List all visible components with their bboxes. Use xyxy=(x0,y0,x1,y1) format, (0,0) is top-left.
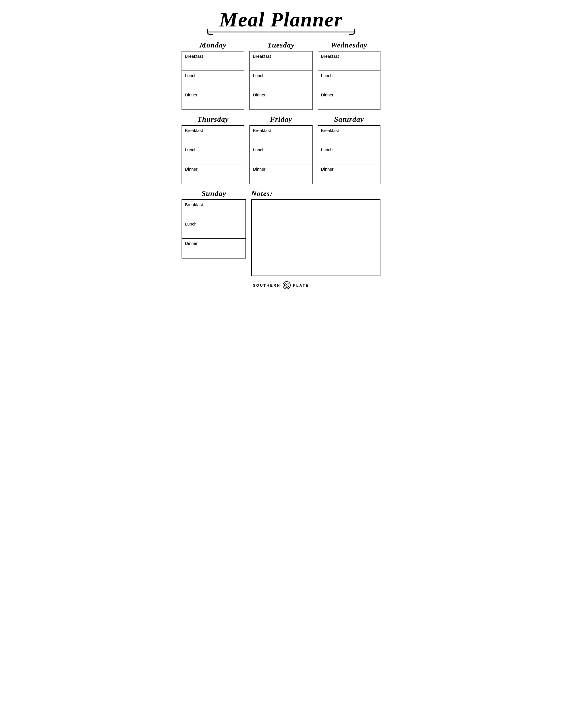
monday-breakfast[interactable]: Breakfast xyxy=(182,51,244,71)
footer-text-left: SOUTHERN xyxy=(253,283,281,288)
friday-label: Friday xyxy=(250,115,312,124)
wednesday-column: Wednesday Breakfast Lunch Dinner xyxy=(318,41,380,110)
svg-point-2 xyxy=(286,284,287,285)
sunday-label: Sunday xyxy=(182,189,246,198)
wednesday-breakfast[interactable]: Breakfast xyxy=(318,51,380,71)
notes-box[interactable] xyxy=(251,199,380,276)
saturday-column: Saturday Breakfast Lunch Dinner xyxy=(318,115,380,184)
title-underline xyxy=(207,32,355,32)
row1-grid: Monday Breakfast Lunch Dinner Tuesday xyxy=(182,41,380,110)
sunday-box: Breakfast Lunch Dinner xyxy=(182,199,246,258)
saturday-lunch[interactable]: Lunch xyxy=(318,145,380,164)
notes-column: Notes: xyxy=(251,189,380,276)
saturday-label: Saturday xyxy=(318,115,380,124)
monday-box: Breakfast Lunch Dinner xyxy=(182,51,244,110)
page-title: Meal Planner xyxy=(182,9,380,31)
wednesday-label: Wednesday xyxy=(318,41,380,49)
page: Meal Planner Monday Breakfast Lunch Dinn… xyxy=(170,0,392,295)
saturday-breakfast[interactable]: Breakfast xyxy=(318,126,380,145)
friday-column: Friday Breakfast Lunch Dinner xyxy=(250,115,312,184)
footer: SOUTHERN PLATE xyxy=(182,281,380,289)
tuesday-breakfast[interactable]: Breakfast xyxy=(250,51,312,71)
thursday-box: Breakfast Lunch Dinner xyxy=(182,125,244,184)
footer-text-right: PLATE xyxy=(293,283,309,288)
wednesday-dinner[interactable]: Dinner xyxy=(318,90,380,109)
friday-dinner[interactable]: Dinner xyxy=(250,164,312,184)
friday-breakfast[interactable]: Breakfast xyxy=(250,126,312,145)
tuesday-dinner[interactable]: Dinner xyxy=(250,90,312,109)
wednesday-lunch[interactable]: Lunch xyxy=(318,71,380,90)
tuesday-column: Tuesday Breakfast Lunch Dinner xyxy=(250,41,312,110)
row2-grid: Thursday Breakfast Lunch Dinner Friday xyxy=(182,115,380,184)
thursday-dinner[interactable]: Dinner xyxy=(182,164,244,184)
thursday-breakfast[interactable]: Breakfast xyxy=(182,126,244,145)
row1-days: Monday Breakfast Lunch Dinner Tuesday xyxy=(182,41,380,110)
svg-point-0 xyxy=(284,283,289,288)
thursday-column: Thursday Breakfast Lunch Dinner xyxy=(182,115,244,184)
notes-label: Notes: xyxy=(251,189,380,198)
saturday-dinner[interactable]: Dinner xyxy=(318,164,380,184)
monday-label: Monday xyxy=(182,41,244,49)
wednesday-box: Breakfast Lunch Dinner xyxy=(318,51,380,110)
tuesday-label: Tuesday xyxy=(250,41,312,49)
sunday-breakfast[interactable]: Breakfast xyxy=(182,200,246,219)
saturday-box: Breakfast Lunch Dinner xyxy=(318,125,380,184)
bottom-section: Sunday Breakfast Lunch Dinner Notes: xyxy=(182,189,380,276)
sunday-lunch[interactable]: Lunch xyxy=(182,219,246,239)
thursday-lunch[interactable]: Lunch xyxy=(182,145,244,164)
sunday-dinner[interactable]: Dinner xyxy=(182,239,246,258)
friday-box: Breakfast Lunch Dinner xyxy=(250,125,312,184)
monday-column: Monday Breakfast Lunch Dinner xyxy=(182,41,244,110)
monday-lunch[interactable]: Lunch xyxy=(182,71,244,90)
tuesday-box: Breakfast Lunch Dinner xyxy=(250,51,312,110)
sunday-column: Sunday Breakfast Lunch Dinner xyxy=(182,189,246,276)
svg-point-1 xyxy=(285,285,288,286)
row2-days: Thursday Breakfast Lunch Dinner Friday xyxy=(182,115,380,184)
title-section: Meal Planner xyxy=(182,9,380,32)
friday-lunch[interactable]: Lunch xyxy=(250,145,312,164)
thursday-label: Thursday xyxy=(182,115,244,124)
southern-plate-icon xyxy=(283,281,290,289)
tuesday-lunch[interactable]: Lunch xyxy=(250,71,312,90)
monday-dinner[interactable]: Dinner xyxy=(182,90,244,109)
